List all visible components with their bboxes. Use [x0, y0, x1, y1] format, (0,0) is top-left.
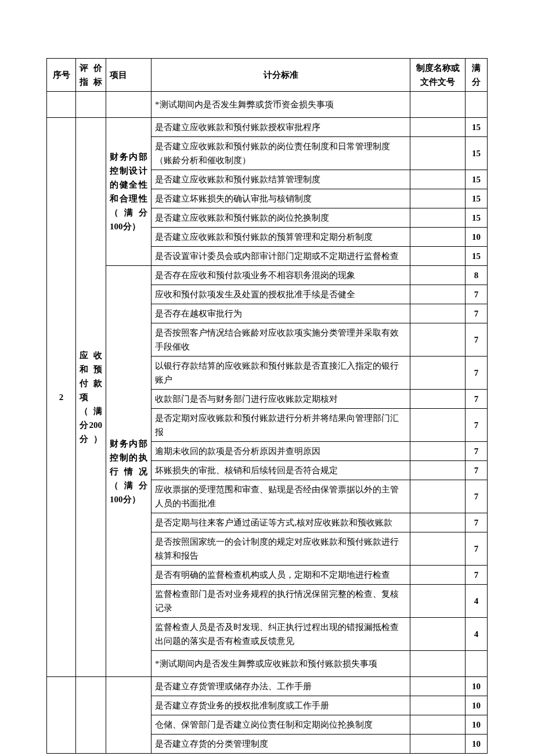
- score-cell: 7: [466, 323, 488, 357]
- score-cell: 7: [466, 532, 488, 566]
- standard-cell: 是否建立存货业务的授权批准制度或工作手册: [151, 696, 410, 715]
- table-row: 是否建立存货管理或储存办法、工作手册 10: [47, 677, 488, 696]
- table-row: 2 应收和预付款项（满分200分） 财务内部控制设计的健全性和合理性（满分100…: [47, 118, 488, 137]
- standard-cell: 是否存在应收和预付款项业务不相容职务混岗的现象: [151, 266, 410, 285]
- standard-cell: 收款部门是否与财务部门进行应收账款定期核对: [151, 390, 410, 409]
- standard-cell: 是否按照国家统一的会计制度的规定对应收账款和预付账款进行核算和报告: [151, 532, 410, 566]
- header-seq: 序号: [47, 59, 76, 92]
- score-cell: 15: [466, 137, 488, 170]
- standard-cell: 仓储、保管部门是否建立岗位责任制和定期岗位抡换制度: [151, 715, 410, 735]
- standard-cell: 是否按照客户情况结合账龄对应收款项实施分类管理并采取有效手段催收: [151, 323, 410, 357]
- standard-cell: 应收和预付款项发生及处置的授权批准手续是否健全: [151, 285, 410, 304]
- score-cell: [466, 651, 488, 677]
- score-cell: 8: [466, 266, 488, 285]
- header-standard: 计分标准: [151, 59, 410, 92]
- evaluation-table: 序号 评价指标 项目 计分标准 制度名称或文件文号 满分 *测试期间内是否发生舞…: [46, 58, 488, 754]
- score-cell: 7: [466, 566, 488, 585]
- score-cell: 10: [466, 696, 488, 715]
- score-cell: 7: [466, 513, 488, 532]
- score-cell: 10: [466, 715, 488, 735]
- standard-cell: 以银行存款结算的应收账款和预付账款是否直接汇入指定的银行账户: [151, 357, 410, 390]
- standard-cell: 是否建立应收账款和预付账款的岗位抡换制度: [151, 208, 410, 228]
- score-cell: 7: [466, 285, 488, 304]
- standard-cell: 是否设置审计委员会或内部审计部门定期或不定期进行监督检查: [151, 247, 410, 266]
- standard-cell: 是否建立应收账款和预付账款的预算管理和定期分析制度: [151, 228, 410, 247]
- score-cell: 7: [466, 409, 488, 442]
- standard-cell: *测试期间内是否发生舞弊或应收账款和预付账款损失事项: [151, 651, 410, 677]
- standard-cell: 是否建立存货管理或储存办法、工作手册: [151, 677, 410, 696]
- score-cell: 4: [466, 618, 488, 651]
- score-cell: 10: [466, 228, 488, 247]
- standard-cell: 是否定期与往来客户通过函证等方式,核对应收账款和预收账款: [151, 513, 410, 532]
- header-score: 满分: [466, 59, 488, 92]
- score-cell: 10: [466, 677, 488, 696]
- standard-cell: 是否建立坏账损失的确认审批与核销制度: [151, 189, 410, 208]
- header-project: 项目: [106, 59, 151, 92]
- score-cell: 10: [466, 735, 488, 754]
- score-cell: 15: [466, 189, 488, 208]
- score-cell: 7: [466, 390, 488, 409]
- standard-cell: 监督检查部门是否对业务规程的执行情况保留完整的检查、复核记录: [151, 585, 410, 618]
- score-cell: 7: [466, 480, 488, 513]
- header-row: 序号 评价指标 项目 计分标准 制度名称或文件文号 满分: [47, 59, 488, 92]
- score-cell: 7: [466, 461, 488, 480]
- header-system: 制度名称或文件文号: [410, 59, 466, 92]
- score-cell: 15: [466, 247, 488, 266]
- score-cell: 7: [466, 442, 488, 461]
- seq-cell: 2: [47, 118, 76, 677]
- project-cell: 财务内部控制的执行情况（满分100分）: [106, 266, 151, 677]
- score-cell: 4: [466, 585, 488, 618]
- standard-cell: 逾期未收回的款项是否分析原因并查明原因: [151, 442, 410, 461]
- pre-row-standard: *测试期间内是否发生舞弊或货币资金损失事项: [151, 92, 410, 118]
- score-cell: 15: [466, 170, 488, 189]
- pre-row: *测试期间内是否发生舞弊或货币资金损失事项: [47, 92, 488, 118]
- standard-cell: 是否建立应收账款和预付账款授权审批程序: [151, 118, 410, 137]
- standard-cell: 是否建立存货的分类管理制度: [151, 735, 410, 754]
- score-cell: 7: [466, 357, 488, 390]
- standard-cell: 监督检查人员是否及时发现、纠正执行过程出现的错报漏抵检查出问题的落实是否有检查或…: [151, 618, 410, 651]
- header-indicator: 评价指标: [76, 59, 106, 92]
- indicator-cell: 应收和预付款项（满分200分）: [76, 118, 106, 677]
- standard-cell: 是否定期对应收账款和预付账款进行分析并将结果向管理部门汇报: [151, 409, 410, 442]
- standard-cell: 坏账损失的审批、核销和后续转回是否符合规定: [151, 461, 410, 480]
- score-cell: 15: [466, 208, 488, 228]
- standard-cell: 是否建立应收账款和预付账款结算管理制度: [151, 170, 410, 189]
- standard-cell: 是否建立应收账款和预付账款的岗位责任制度和日常管理制度（账龄分析和催收制度）: [151, 137, 410, 170]
- standard-cell: 是否有明确的监督检查机构或人员，定期和不定期地进行检查: [151, 566, 410, 585]
- score-cell: 7: [466, 304, 488, 323]
- table-row: 财务内部控制的执行情况（满分100分） 是否存在应收和预付款项业务不相容职务混岗…: [47, 266, 488, 285]
- standard-cell: 应收票据的受理范围和审查、贴现是否经由保管票据以外的主管人员的书面批准: [151, 480, 410, 513]
- standard-cell: 是否存在越权审批行为: [151, 304, 410, 323]
- score-cell: 15: [466, 118, 488, 137]
- project-cell: 财务内部控制设计的健全性和合理性（满分100分）: [106, 118, 151, 266]
